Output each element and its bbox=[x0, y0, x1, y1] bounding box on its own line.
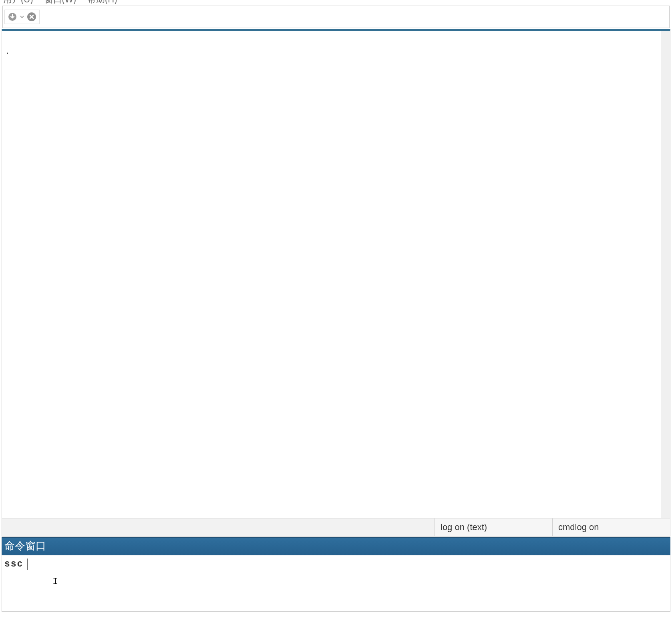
status-log[interactable]: log on (text) bbox=[435, 518, 552, 536]
log-down-icon[interactable] bbox=[7, 12, 18, 22]
menu-window[interactable]: 窗口(W) bbox=[44, 0, 76, 4]
stop-icon[interactable] bbox=[26, 12, 37, 22]
menu-help[interactable]: 帮助(H) bbox=[87, 0, 117, 4]
results-window: . log on (text) cmdlog on bbox=[2, 29, 670, 537]
toolbar-group bbox=[4, 10, 40, 24]
results-body[interactable]: . bbox=[2, 31, 670, 518]
text-cursor-icon: I bbox=[52, 576, 58, 587]
command-text: ssc bbox=[4, 559, 23, 569]
command-input[interactable] bbox=[27, 559, 593, 570]
toolbar bbox=[2, 6, 670, 28]
results-scrollbar[interactable] bbox=[661, 31, 670, 518]
status-spacer bbox=[2, 518, 435, 536]
dropdown-caret-icon[interactable] bbox=[20, 15, 24, 19]
status-cmdlog[interactable]: cmdlog on bbox=[552, 518, 670, 536]
results-prompt-dot: . bbox=[6, 46, 8, 55]
menubar: 用户(U) 窗口(W) 帮助(H) bbox=[0, 0, 672, 4]
menu-user[interactable]: 用户(U) bbox=[3, 0, 33, 4]
command-window: ssc I bbox=[2, 555, 670, 612]
command-window-title: 命令窗口 bbox=[2, 537, 670, 555]
command-line: ssc bbox=[4, 559, 593, 570]
statusbar: log on (text) cmdlog on bbox=[2, 518, 670, 536]
